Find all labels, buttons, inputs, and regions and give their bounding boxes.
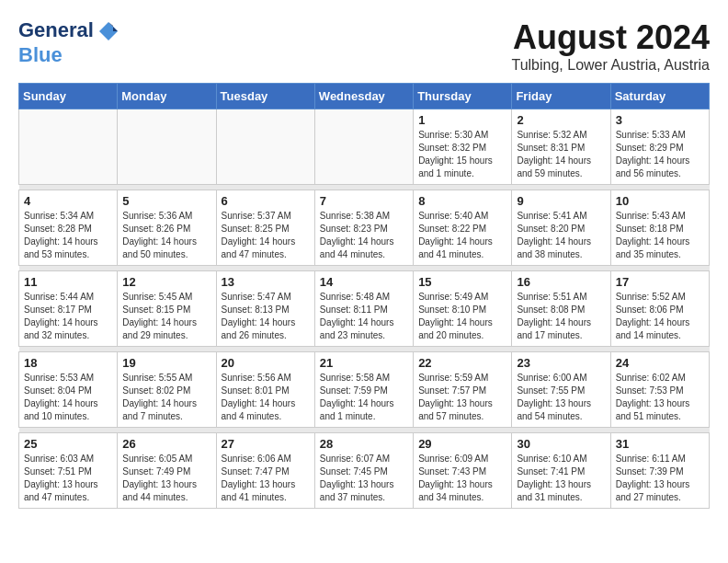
table-row: 30Sunrise: 6:10 AM Sunset: 7:41 PM Dayli… bbox=[512, 433, 610, 509]
day-number: 17 bbox=[616, 275, 704, 289]
title-block: August 2024 Tulbing, Lower Austria, Aust… bbox=[511, 18, 710, 74]
col-thursday: Thursday bbox=[414, 84, 512, 109]
table-row: 1Sunrise: 5:30 AM Sunset: 8:32 PM Daylig… bbox=[414, 109, 512, 185]
table-row: 15Sunrise: 5:49 AM Sunset: 8:10 PM Dayli… bbox=[414, 271, 512, 347]
table-row: 9Sunrise: 5:41 AM Sunset: 8:20 PM Daylig… bbox=[512, 190, 610, 266]
day-info: Sunrise: 5:37 AM Sunset: 8:25 PM Dayligh… bbox=[222, 210, 310, 261]
day-number: 12 bbox=[122, 275, 210, 289]
day-number: 25 bbox=[24, 437, 112, 451]
day-info: Sunrise: 6:09 AM Sunset: 7:43 PM Dayligh… bbox=[418, 453, 506, 504]
day-number: 15 bbox=[418, 275, 506, 289]
day-number: 14 bbox=[320, 275, 408, 289]
day-number: 20 bbox=[222, 356, 310, 370]
table-row: 4Sunrise: 5:34 AM Sunset: 8:28 PM Daylig… bbox=[19, 190, 118, 266]
table-row: 28Sunrise: 6:07 AM Sunset: 7:45 PM Dayli… bbox=[314, 433, 413, 509]
calendar-table: Sunday Monday Tuesday Wednesday Thursday… bbox=[18, 83, 710, 509]
day-number: 10 bbox=[616, 194, 704, 208]
table-row: 6Sunrise: 5:37 AM Sunset: 8:25 PM Daylig… bbox=[216, 190, 314, 266]
table-row: 19Sunrise: 5:55 AM Sunset: 8:02 PM Dayli… bbox=[118, 352, 216, 428]
col-wednesday: Wednesday bbox=[314, 84, 413, 109]
table-row: 11Sunrise: 5:44 AM Sunset: 8:17 PM Dayli… bbox=[19, 271, 118, 347]
day-info: Sunrise: 5:45 AM Sunset: 8:15 PM Dayligh… bbox=[122, 291, 210, 342]
logo-text: General bbox=[18, 18, 121, 44]
day-info: Sunrise: 5:34 AM Sunset: 8:28 PM Dayligh… bbox=[24, 210, 112, 261]
table-row: 22Sunrise: 5:59 AM Sunset: 7:57 PM Dayli… bbox=[414, 352, 512, 428]
day-info: Sunrise: 5:49 AM Sunset: 8:10 PM Dayligh… bbox=[418, 291, 506, 342]
day-number: 2 bbox=[517, 113, 605, 127]
day-number: 11 bbox=[24, 275, 112, 289]
day-info: Sunrise: 5:30 AM Sunset: 8:32 PM Dayligh… bbox=[418, 129, 506, 180]
day-info: Sunrise: 5:52 AM Sunset: 8:06 PM Dayligh… bbox=[616, 291, 704, 342]
day-number: 30 bbox=[517, 437, 605, 451]
table-row: 20Sunrise: 5:56 AM Sunset: 8:01 PM Dayli… bbox=[216, 352, 314, 428]
table-row: 5Sunrise: 5:36 AM Sunset: 8:26 PM Daylig… bbox=[118, 190, 216, 266]
month-title: August 2024 bbox=[511, 18, 710, 57]
day-number: 5 bbox=[122, 194, 210, 208]
day-number: 13 bbox=[222, 275, 310, 289]
day-number: 26 bbox=[122, 437, 210, 451]
day-info: Sunrise: 6:10 AM Sunset: 7:41 PM Dayligh… bbox=[517, 453, 605, 504]
day-number: 8 bbox=[418, 194, 506, 208]
day-info: Sunrise: 5:51 AM Sunset: 8:08 PM Dayligh… bbox=[517, 291, 605, 342]
day-info: Sunrise: 5:47 AM Sunset: 8:13 PM Dayligh… bbox=[222, 291, 310, 342]
location-title: Tulbing, Lower Austria, Austria bbox=[511, 57, 710, 74]
day-number: 16 bbox=[517, 275, 605, 289]
day-number: 6 bbox=[222, 194, 310, 208]
calendar-row: 25Sunrise: 6:03 AM Sunset: 7:51 PM Dayli… bbox=[19, 433, 710, 509]
table-row: 17Sunrise: 5:52 AM Sunset: 8:06 PM Dayli… bbox=[610, 271, 709, 347]
table-row: 2Sunrise: 5:32 AM Sunset: 8:31 PM Daylig… bbox=[512, 109, 610, 185]
day-info: Sunrise: 5:59 AM Sunset: 7:57 PM Dayligh… bbox=[418, 372, 506, 423]
day-number: 19 bbox=[122, 356, 210, 370]
day-info: Sunrise: 6:06 AM Sunset: 7:47 PM Dayligh… bbox=[222, 453, 310, 504]
calendar-row: 1Sunrise: 5:30 AM Sunset: 8:32 PM Daylig… bbox=[19, 109, 710, 185]
table-row: 25Sunrise: 6:03 AM Sunset: 7:51 PM Dayli… bbox=[19, 433, 118, 509]
day-info: Sunrise: 5:53 AM Sunset: 8:04 PM Dayligh… bbox=[24, 372, 112, 423]
day-info: Sunrise: 6:05 AM Sunset: 7:49 PM Dayligh… bbox=[122, 453, 210, 504]
table-row: 26Sunrise: 6:05 AM Sunset: 7:49 PM Dayli… bbox=[118, 433, 216, 509]
table-row: 3Sunrise: 5:33 AM Sunset: 8:29 PM Daylig… bbox=[610, 109, 709, 185]
day-number: 23 bbox=[517, 356, 605, 370]
day-info: Sunrise: 5:48 AM Sunset: 8:11 PM Dayligh… bbox=[320, 291, 408, 342]
table-row: 21Sunrise: 5:58 AM Sunset: 7:59 PM Dayli… bbox=[314, 352, 413, 428]
table-row: 18Sunrise: 5:53 AM Sunset: 8:04 PM Dayli… bbox=[19, 352, 118, 428]
header-row: Sunday Monday Tuesday Wednesday Thursday… bbox=[19, 84, 710, 109]
day-info: Sunrise: 6:00 AM Sunset: 7:55 PM Dayligh… bbox=[517, 372, 605, 423]
table-row: 7Sunrise: 5:38 AM Sunset: 8:23 PM Daylig… bbox=[314, 190, 413, 266]
day-info: Sunrise: 5:41 AM Sunset: 8:20 PM Dayligh… bbox=[517, 210, 605, 261]
logo-icon bbox=[96, 18, 121, 44]
day-info: Sunrise: 5:43 AM Sunset: 8:18 PM Dayligh… bbox=[616, 210, 704, 261]
calendar-row: 11Sunrise: 5:44 AM Sunset: 8:17 PM Dayli… bbox=[19, 271, 710, 347]
table-row: 12Sunrise: 5:45 AM Sunset: 8:15 PM Dayli… bbox=[118, 271, 216, 347]
day-number: 3 bbox=[616, 113, 704, 127]
day-info: Sunrise: 5:56 AM Sunset: 8:01 PM Dayligh… bbox=[222, 372, 310, 423]
logo: General Blue bbox=[18, 18, 121, 66]
table-row: 14Sunrise: 5:48 AM Sunset: 8:11 PM Dayli… bbox=[314, 271, 413, 347]
calendar-row: 4Sunrise: 5:34 AM Sunset: 8:28 PM Daylig… bbox=[19, 190, 710, 266]
col-tuesday: Tuesday bbox=[216, 84, 314, 109]
col-sunday: Sunday bbox=[19, 84, 118, 109]
table-row: 16Sunrise: 5:51 AM Sunset: 8:08 PM Dayli… bbox=[512, 271, 610, 347]
day-info: Sunrise: 6:03 AM Sunset: 7:51 PM Dayligh… bbox=[24, 453, 112, 504]
table-row: 24Sunrise: 6:02 AM Sunset: 7:53 PM Dayli… bbox=[610, 352, 709, 428]
day-info: Sunrise: 6:07 AM Sunset: 7:45 PM Dayligh… bbox=[320, 453, 408, 504]
table-row: 13Sunrise: 5:47 AM Sunset: 8:13 PM Dayli… bbox=[216, 271, 314, 347]
day-number: 27 bbox=[222, 437, 310, 451]
day-info: Sunrise: 5:32 AM Sunset: 8:31 PM Dayligh… bbox=[517, 129, 605, 180]
page-header: General Blue August 2024 Tulbing, Lower … bbox=[18, 18, 710, 74]
table-row: 8Sunrise: 5:40 AM Sunset: 8:22 PM Daylig… bbox=[414, 190, 512, 266]
logo-subtext: Blue bbox=[18, 44, 121, 66]
col-friday: Friday bbox=[512, 84, 610, 109]
day-number: 28 bbox=[320, 437, 408, 451]
table-row bbox=[314, 109, 413, 185]
day-info: Sunrise: 5:40 AM Sunset: 8:22 PM Dayligh… bbox=[418, 210, 506, 261]
day-number: 18 bbox=[24, 356, 112, 370]
day-number: 4 bbox=[24, 194, 112, 208]
day-number: 9 bbox=[517, 194, 605, 208]
table-row bbox=[19, 109, 118, 185]
day-number: 7 bbox=[320, 194, 408, 208]
table-row: 10Sunrise: 5:43 AM Sunset: 8:18 PM Dayli… bbox=[610, 190, 709, 266]
day-info: Sunrise: 5:33 AM Sunset: 8:29 PM Dayligh… bbox=[616, 129, 704, 180]
table-row bbox=[216, 109, 314, 185]
table-row: 29Sunrise: 6:09 AM Sunset: 7:43 PM Dayli… bbox=[414, 433, 512, 509]
day-info: Sunrise: 5:44 AM Sunset: 8:17 PM Dayligh… bbox=[24, 291, 112, 342]
